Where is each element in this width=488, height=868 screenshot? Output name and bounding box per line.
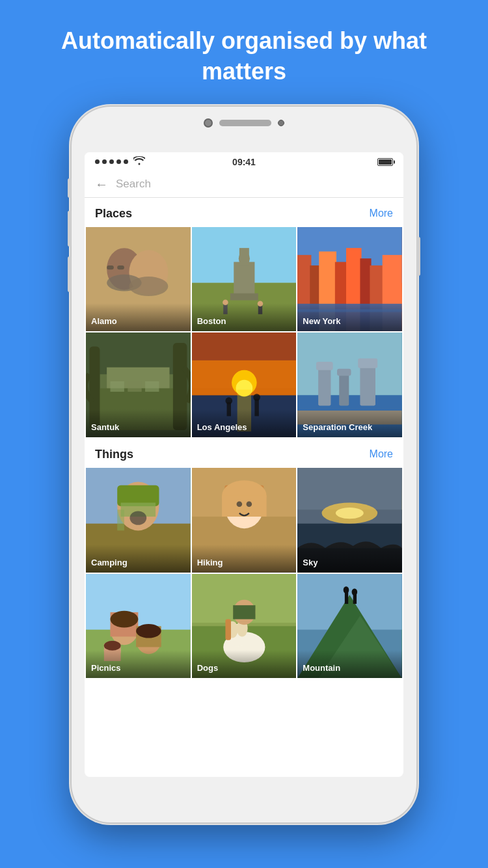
things-title: Things [95,448,133,461]
thing-camping-label: Camping [86,545,191,573]
thing-dogs-label: Dogs [192,650,297,678]
svg-point-65 [129,511,146,524]
place-santuk[interactable]: Santuk [86,332,191,437]
camera-area [204,118,284,128]
svg-rect-37 [145,381,159,392]
things-grid: Camping [85,468,403,679]
thing-camping[interactable]: Camping [86,468,191,573]
back-arrow-icon[interactable]: ← [95,177,108,192]
places-more-button[interactable]: More [370,208,393,219]
svg-point-109 [352,588,358,595]
svg-point-91 [104,640,121,650]
place-alamo-label: Alamo [86,303,191,331]
svg-point-85 [110,610,138,627]
svg-point-78 [336,508,364,519]
svg-rect-11 [230,293,258,300]
status-left [95,156,145,167]
status-right [377,158,393,166]
battery-icon [377,158,393,166]
search-bar[interactable]: ← Search [85,172,403,198]
scroll-content[interactable]: Places More [85,198,403,764]
volume-up-button [68,211,71,247]
svg-rect-53 [316,362,333,370]
status-bar: 09:41 [85,152,403,172]
thing-sky-label: Sky [297,545,402,573]
place-separation-creek-label: Separation Creek [297,409,402,437]
svg-rect-100 [233,605,255,619]
place-los-angeles-label: Los Angeles [192,409,297,437]
thing-dogs[interactable]: Dogs [192,574,297,679]
place-new-york[interactable]: New York [297,227,402,332]
places-section-header: Places More [85,198,403,227]
place-boston-label: Boston [192,303,297,331]
place-alamo[interactable]: Alamo [86,227,191,332]
front-camera [278,120,284,126]
signal-dot-5 [124,159,128,164]
things-more-button[interactable]: More [370,448,393,460]
svg-rect-35 [110,381,124,392]
thing-picnics-label: Picnics [86,650,191,678]
place-santuk-label: Santuk [86,409,191,437]
svg-rect-36 [128,381,141,392]
place-boston[interactable]: Boston [192,227,297,332]
place-new-york-label: New York [297,303,402,331]
search-placeholder: Search [116,178,151,191]
wifi-icon [133,156,145,167]
screen: 09:41 ← Search Places More [85,152,403,777]
places-grid: Alamo [85,227,403,439]
thing-hiking-label: Hiking [192,545,297,573]
svg-point-107 [344,586,349,593]
place-separation-creek[interactable]: Separation Creek [297,332,402,437]
svg-point-72 [236,501,242,507]
thing-mountain[interactable]: Mountain [297,574,402,679]
svg-rect-50 [297,332,402,395]
status-time: 09:41 [232,157,256,167]
places-title: Places [95,207,132,221]
thing-sky[interactable]: Sky [297,468,402,573]
svg-rect-71 [222,496,267,517]
svg-rect-55 [337,369,351,376]
svg-rect-101 [225,619,231,640]
signal-dot-3 [109,159,114,164]
phone-mockup: 09:41 ← Search Places More [72,107,416,822]
svg-point-88 [136,624,161,638]
signal-dot-1 [95,159,100,164]
mute-button [68,178,71,198]
svg-rect-13 [239,248,249,265]
camera-lens [204,118,213,128]
thing-hiking[interactable]: Hiking [192,468,297,573]
thing-mountain-label: Mountain [297,650,402,678]
svg-point-73 [246,501,252,507]
signal-dot-2 [102,159,107,164]
volume-down-button [68,256,71,292]
things-section-header: Things More [85,439,403,468]
battery-fill [379,159,392,165]
signal-dot-4 [116,159,121,164]
thing-picnics[interactable]: Picnics [86,574,191,679]
page-headline: Automatically organised by what matters [0,0,488,107]
svg-point-48 [253,394,260,401]
svg-point-46 [225,398,232,405]
svg-rect-64 [117,509,124,530]
svg-rect-54 [340,371,349,406]
svg-rect-57 [359,359,378,368]
svg-rect-10 [234,262,254,297]
place-los-angeles[interactable]: Los Angeles [192,332,297,437]
speaker-grill [219,120,271,126]
